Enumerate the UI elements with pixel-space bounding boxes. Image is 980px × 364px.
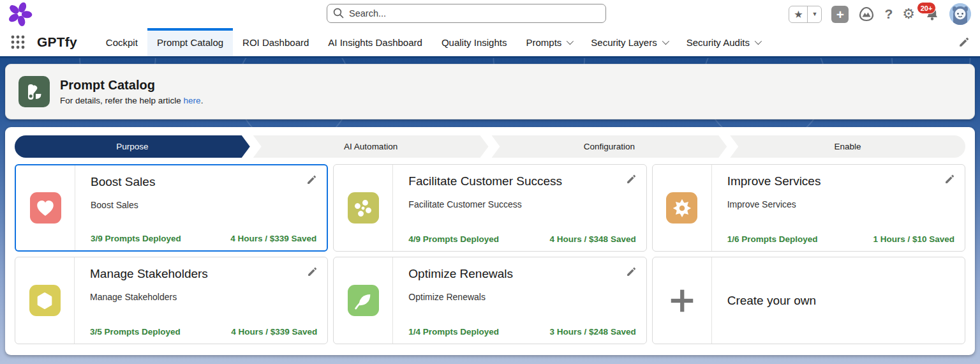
edit-pencil-icon[interactable]: [944, 174, 955, 185]
app-name: GPTfy: [37, 34, 77, 50]
trailhead-icon[interactable]: [858, 6, 875, 22]
global-search: [327, 4, 606, 23]
card-icon-column: [16, 165, 75, 250]
purpose-card-facilitate-customer-success[interactable]: Facilitate Customer Success Facilitate C…: [333, 164, 646, 252]
nav-tabs: Cockpit Prompt Catalog ROI Dashboard AI …: [96, 28, 769, 56]
prompts-deployed: 4/9 Prompts Deployed: [408, 234, 499, 244]
tab-security-layers[interactable]: Security Layers: [581, 28, 676, 56]
subtitle-period: .: [201, 96, 204, 105]
sun-icon: [666, 192, 697, 224]
card-stats: 1/6 Prompts Deployed 1 Hours / $10 Saved: [727, 234, 954, 244]
card-title: Improve Services: [727, 174, 953, 188]
app-window: ★ ▼ + ? ⚙ 20+: [0, 0, 980, 364]
page-header-text: Prompt Catalog For details, refer the he…: [60, 78, 203, 105]
card-icon-column: [653, 257, 712, 344]
plus-icon: [667, 286, 697, 315]
quick-add-icon[interactable]: +: [831, 6, 849, 23]
help-icon[interactable]: ?: [884, 6, 893, 22]
edit-pencil-icon[interactable]: [306, 174, 317, 185]
savings: 1 Hours / $10 Saved: [873, 234, 954, 244]
card-description: Optimize Renewals: [408, 292, 634, 302]
prompts-deployed: 3/5 Prompts Deployed: [90, 327, 181, 337]
header-actions: ★ ▼ + ? ⚙ 20+: [789, 3, 971, 25]
prompts-deployed: 3/9 Prompts Deployed: [91, 234, 181, 243]
chevron-down-icon[interactable]: [755, 38, 762, 45]
card-body: Optimize Renewals Optimize Renewals 1/4 …: [393, 257, 646, 344]
tab-security-layers-label: Security Layers: [591, 37, 657, 48]
savings: 3 Hours / $248 Saved: [550, 327, 636, 337]
global-header: ★ ▼ + ? ⚙ 20+: [0, 0, 980, 28]
tab-prompt-catalog[interactable]: Prompt Catalog: [147, 28, 233, 56]
page-subtitle: For details, refer the help article here…: [60, 96, 203, 105]
page-title: Prompt Catalog: [60, 78, 203, 93]
chevron-down-icon[interactable]: [567, 38, 574, 45]
card-description: Boost Sales: [91, 200, 315, 210]
tab-cockpit[interactable]: Cockpit: [96, 28, 147, 56]
setup-gear-icon[interactable]: ⚙: [902, 6, 915, 22]
hexagon-icon: [29, 285, 61, 316]
subtitle-text: For details, refer the help article: [60, 96, 184, 105]
purpose-card-improve-services[interactable]: Improve Services Improve Services 1/6 Pr…: [652, 164, 965, 252]
tab-prompts[interactable]: Prompts: [516, 28, 581, 56]
prompt-catalog-panel: Purpose AI Automation Configuration Enab…: [5, 127, 975, 355]
card-stats: 4/9 Prompts Deployed 4 Hours / $348 Save…: [408, 234, 635, 244]
help-article-link[interactable]: here: [184, 96, 201, 105]
hub-icon: [348, 192, 379, 224]
app-launcher-icon[interactable]: [10, 34, 26, 50]
edit-pencil-icon[interactable]: [626, 266, 637, 277]
card-title: Facilitate Customer Success: [408, 174, 634, 188]
edit-pencil-icon[interactable]: [626, 174, 637, 185]
notifications-bell[interactable]: 20+: [924, 6, 940, 22]
search-input[interactable]: [327, 4, 606, 23]
user-avatar[interactable]: [949, 3, 971, 25]
tab-ai-insights-dashboard[interactable]: AI Insights Dashboard: [318, 28, 432, 56]
create-card-title: Create your own: [712, 257, 965, 344]
card-title: Boost Sales: [91, 175, 315, 189]
org-logo-pinwheel-icon: [6, 1, 33, 27]
savings: 4 Hours / $348 Saved: [550, 234, 636, 244]
prompts-deployed: 1/4 Prompts Deployed: [408, 327, 499, 337]
tab-security-audits-label: Security Audits: [687, 37, 750, 48]
card-icon-column: [653, 165, 712, 251]
page-header: Prompt Catalog For details, refer the he…: [5, 64, 975, 119]
savings: 4 Hours / $339 Saved: [230, 234, 316, 243]
purpose-card-manage-stakeholders[interactable]: Manage Stakeholders Manage Stakeholders …: [15, 257, 328, 344]
edit-nav-pencil-icon[interactable]: [958, 36, 970, 48]
path-step-configuration[interactable]: Configuration: [492, 135, 727, 158]
card-description: Manage Stakeholders: [90, 292, 316, 302]
card-body: Boost Sales Boost Sales 3/9 Prompts Depl…: [75, 165, 327, 250]
card-body: Manage Stakeholders Manage Stakeholders …: [75, 257, 327, 344]
card-body: Improve Services Improve Services 1/6 Pr…: [712, 165, 965, 251]
heart-icon: [30, 192, 61, 224]
card-icon-column: [334, 165, 393, 251]
tab-roi-dashboard[interactable]: ROI Dashboard: [233, 28, 318, 56]
purpose-card-optimize-renewals[interactable]: Optimize Renewals Optimize Renewals 1/4 …: [333, 257, 646, 344]
card-title: Optimize Renewals: [408, 267, 634, 281]
search-icon: [333, 8, 344, 19]
savings: 4 Hours / $339 Saved: [231, 327, 317, 337]
star-icon[interactable]: ★: [789, 6, 807, 22]
card-description: Facilitate Customer Success: [408, 199, 634, 209]
path-step-enable[interactable]: Enable: [730, 135, 965, 158]
favorites-dropdown-icon[interactable]: ▼: [807, 6, 821, 22]
path-step-ai-automation[interactable]: AI Automation: [253, 135, 489, 158]
create-your-own-card[interactable]: Create your own: [652, 257, 965, 344]
chevron-down-icon[interactable]: [662, 38, 669, 45]
edit-pencil-icon[interactable]: [307, 266, 318, 277]
app-nav-bar: GPTfy Cockpit Prompt Catalog ROI Dashboa…: [0, 28, 980, 56]
tab-prompts-label: Prompts: [526, 37, 561, 48]
purpose-card-grid: Boost Sales Boost Sales 3/9 Prompts Depl…: [15, 164, 965, 344]
card-description: Improve Services: [727, 199, 953, 209]
prompt-catalog-palette-icon: [19, 76, 50, 107]
path-step-purpose[interactable]: Purpose: [15, 135, 250, 158]
card-icon-column: [15, 257, 75, 344]
card-icon-column: [334, 257, 393, 344]
purpose-card-boost-sales[interactable]: Boost Sales Boost Sales 3/9 Prompts Depl…: [15, 164, 328, 252]
tab-quality-insights[interactable]: Quality Insights: [432, 28, 517, 56]
card-stats: 3/5 Prompts Deployed 4 Hours / $339 Save…: [90, 327, 317, 337]
card-stats: 3/9 Prompts Deployed 4 Hours / $339 Save…: [91, 234, 316, 243]
tab-security-audits[interactable]: Security Audits: [677, 28, 769, 56]
favorites-button[interactable]: ★ ▼: [789, 6, 822, 23]
path-steps: Purpose AI Automation Configuration Enab…: [15, 135, 965, 158]
notification-count-badge: 20+: [917, 2, 936, 14]
